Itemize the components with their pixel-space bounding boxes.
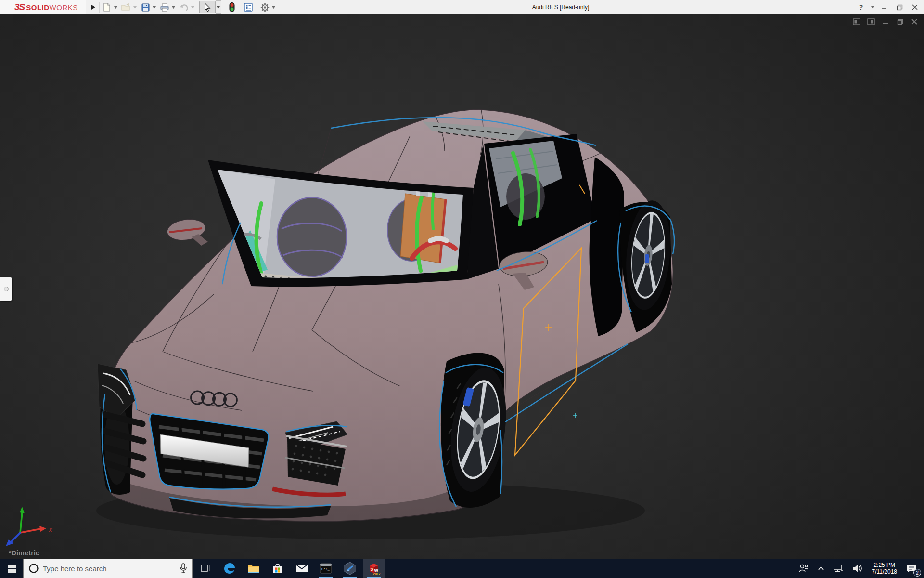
taskbar-search-box[interactable] <box>23 559 192 578</box>
options-button[interactable] <box>259 1 270 13</box>
help-dropdown-caret[interactable] <box>870 1 875 13</box>
document-window-controls <box>852 17 919 26</box>
show-hidden-icons-button[interactable] <box>814 559 828 578</box>
graphics-viewport[interactable]: x *Dimetric <box>0 14 924 559</box>
rebuild-button[interactable] <box>226 1 238 13</box>
open-dropdown-caret[interactable] <box>132 1 138 13</box>
solidworks-2017-icon: S W 2017 <box>367 562 381 575</box>
close-button[interactable] <box>909 1 921 13</box>
taskbar-item-task-view[interactable] <box>194 559 217 578</box>
chevron-down-icon <box>871 6 874 9</box>
rear-brake-caliper <box>645 254 649 263</box>
document-window-icon <box>867 18 875 25</box>
volume-button[interactable] <box>849 559 866 578</box>
minimize-button[interactable] <box>878 1 890 13</box>
microphone-icon[interactable] <box>180 563 187 574</box>
titlebar: 3S SOLIDWORKS <box>0 0 924 14</box>
document-close-button[interactable] <box>910 17 919 26</box>
restore-button[interactable] <box>893 1 906 13</box>
system-tray: 2:25 PM 7/11/2018 2 <box>795 559 924 578</box>
separator <box>99 2 100 13</box>
interior-panel <box>400 194 446 263</box>
windows-taskbar: C:\_ S W 2017 <box>0 559 924 578</box>
car-model[interactable] <box>98 110 675 522</box>
document-window-button[interactable] <box>852 17 861 26</box>
panel-tab-handle-icon <box>4 287 9 291</box>
model-canvas[interactable] <box>0 14 924 559</box>
select-tool-button[interactable] <box>199 1 216 13</box>
save-dropdown-caret[interactable] <box>151 1 157 13</box>
view-orientation-label: *Dimetric <box>9 549 39 557</box>
collapsed-panel-tab[interactable] <box>0 277 12 301</box>
right-triangle-icon <box>91 4 96 10</box>
chevron-up-icon <box>818 566 824 571</box>
print-button[interactable] <box>159 1 170 13</box>
chevron-down-icon <box>153 6 156 9</box>
svg-text:2017: 2017 <box>373 572 381 576</box>
options-gear-icon <box>260 3 270 12</box>
undo-icon <box>180 4 189 11</box>
taskbar-item-solidworks-2017[interactable]: S W 2017 <box>363 559 385 578</box>
taskbar-clock[interactable]: 2:25 PM 7/11/2018 <box>868 562 901 575</box>
print-dropdown-caret[interactable] <box>170 1 176 13</box>
taskbar-item-mail[interactable] <box>291 559 313 578</box>
chevron-down-icon <box>272 6 275 9</box>
undo-dropdown-caret[interactable] <box>190 1 195 13</box>
document-window-button[interactable] <box>866 17 876 26</box>
open-folder-icon <box>121 3 131 11</box>
svg-text:C:\_: C:\_ <box>321 567 330 571</box>
new-dropdown-caret[interactable] <box>113 1 118 13</box>
minimize-icon <box>883 19 888 25</box>
left-mirror <box>166 217 208 246</box>
file-explorer-icon <box>247 563 260 574</box>
minimize-icon <box>881 4 887 10</box>
people-icon <box>798 564 809 573</box>
reference-point-marker <box>573 413 578 418</box>
file-properties-icon <box>244 3 253 12</box>
start-button[interactable] <box>0 559 23 578</box>
undo-button[interactable] <box>178 1 190 13</box>
tray-date: 7/11/2018 <box>872 568 898 575</box>
hexagon-app-icon <box>344 562 356 575</box>
taskbar-item-file-explorer[interactable] <box>243 559 265 578</box>
chevron-down-icon <box>191 6 194 9</box>
orientation-triad: x <box>4 505 62 553</box>
select-cursor-icon <box>204 3 211 12</box>
menu-flyout-arrow[interactable] <box>88 1 99 13</box>
tray-time: 2:25 PM <box>873 562 895 568</box>
seat-left <box>277 197 346 276</box>
new-document-icon <box>103 3 111 12</box>
search-input[interactable] <box>39 565 180 573</box>
store-icon <box>272 563 283 574</box>
taskbar-item-hexagon-app[interactable] <box>339 559 361 578</box>
document-restore-button[interactable] <box>895 17 905 26</box>
taskbar-item-store[interactable] <box>267 559 289 578</box>
people-button[interactable] <box>795 559 812 578</box>
svg-text:S: S <box>371 567 373 572</box>
options-dropdown-caret[interactable] <box>270 1 276 13</box>
chevron-down-icon <box>172 6 175 9</box>
print-icon <box>160 3 169 12</box>
new-document-button[interactable] <box>101 1 113 13</box>
file-properties-button[interactable] <box>243 1 254 13</box>
action-center-button[interactable]: 2 <box>903 559 920 578</box>
taskbar-item-command-prompt[interactable]: C:\_ <box>315 559 337 578</box>
rebuild-traffic-light-icon <box>229 2 235 12</box>
save-button[interactable] <box>140 1 151 13</box>
edge-icon <box>223 562 236 575</box>
task-view-icon <box>200 563 211 574</box>
taskbar-item-edge[interactable] <box>218 559 241 578</box>
help-button[interactable]: ? <box>855 1 867 13</box>
side-blade <box>589 157 624 336</box>
open-document-button[interactable] <box>120 1 132 13</box>
close-icon <box>912 4 918 10</box>
main-toolbar <box>101 0 278 14</box>
document-minimize-button[interactable] <box>881 17 890 26</box>
network-button[interactable] <box>830 559 847 578</box>
dassault-3s-glyph: 3S <box>14 2 25 13</box>
select-dropdown-caret[interactable] <box>216 0 221 14</box>
desktop-screen: 3S SOLIDWORKS <box>0 0 924 578</box>
restore-icon <box>897 4 903 11</box>
network-icon <box>833 564 844 573</box>
save-floppy-icon <box>141 3 150 12</box>
